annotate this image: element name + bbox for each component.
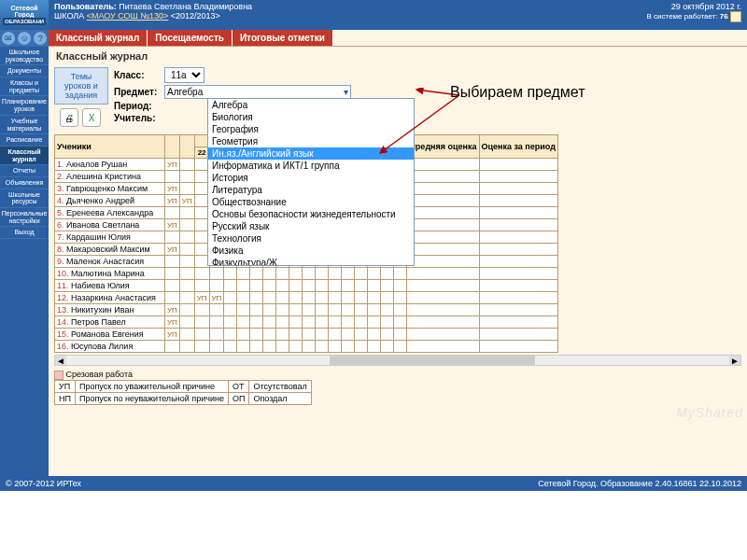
student-cell[interactable]: 13. Никитухин Иван — [55, 304, 165, 316]
tab-0[interactable]: Классный журнал — [49, 30, 148, 46]
grade-cell[interactable] — [179, 207, 194, 219]
grade-cell[interactable] — [263, 304, 276, 316]
grade-cell[interactable] — [179, 316, 194, 329]
help-icon[interactable]: ? — [34, 32, 47, 45]
grade-cell[interactable]: УП — [165, 244, 180, 256]
grade-cell[interactable] — [355, 292, 368, 304]
grade-cell[interactable] — [355, 280, 368, 292]
grade-cell[interactable] — [209, 316, 224, 329]
grade-cell[interactable] — [250, 316, 263, 329]
grade-cell[interactable] — [263, 292, 276, 304]
grade-cell[interactable] — [194, 329, 209, 341]
student-cell[interactable]: 6. Иванова Светлана — [55, 219, 165, 231]
subject-option[interactable]: Биология — [208, 111, 414, 123]
grade-cell[interactable] — [289, 280, 303, 292]
grade-cell[interactable] — [394, 316, 407, 329]
grade-cell[interactable] — [342, 280, 355, 292]
grade-cell[interactable] — [342, 341, 355, 353]
grade-cell[interactable] — [329, 268, 342, 280]
grade-cell[interactable] — [237, 316, 250, 329]
tab-2[interactable]: Итоговые отметки — [233, 30, 333, 46]
grade-cell[interactable] — [209, 329, 224, 341]
grade-cell[interactable] — [179, 280, 194, 292]
subject-option[interactable]: Алгебра — [208, 99, 414, 111]
grade-cell[interactable]: УП — [209, 292, 224, 304]
grade-cell[interactable] — [303, 292, 316, 304]
grade-cell[interactable] — [250, 280, 263, 292]
grade-cell[interactable] — [316, 316, 329, 329]
student-cell[interactable]: 4. Дьяченко Андрей — [55, 195, 165, 207]
grade-cell[interactable] — [303, 268, 316, 280]
grade-cell[interactable] — [368, 304, 381, 316]
grade-cell[interactable] — [342, 292, 355, 304]
grade-cell[interactable] — [179, 171, 194, 183]
grade-cell[interactable] — [165, 341, 180, 353]
sidebar-item-1[interactable]: Документы — [0, 65, 49, 77]
student-cell[interactable]: 15. Романова Евгения — [55, 329, 165, 341]
grade-cell[interactable] — [381, 304, 394, 316]
grade-cell[interactable] — [179, 244, 194, 256]
grade-cell[interactable] — [342, 316, 355, 329]
printer-icon[interactable] — [730, 11, 741, 22]
subject-select[interactable]: Алгебра▾ — [164, 85, 351, 99]
student-cell[interactable]: 11. Набиева Юлия — [55, 280, 165, 292]
grade-cell[interactable] — [237, 292, 250, 304]
student-cell[interactable]: 7. Кардашин Юлия — [55, 231, 165, 244]
grade-cell[interactable] — [342, 268, 355, 280]
class-select[interactable]: 11а — [164, 67, 204, 83]
sidebar-item-0[interactable]: Школьное руководство — [0, 47, 49, 65]
grade-cell[interactable] — [224, 268, 237, 280]
grade-cell[interactable] — [368, 280, 381, 292]
grade-cell[interactable] — [224, 316, 237, 329]
subject-option[interactable]: Основы безопасности жизнедеятельности — [208, 208, 414, 220]
grade-cell[interactable] — [179, 329, 194, 341]
grade-cell[interactable] — [179, 219, 194, 231]
grade-cell[interactable] — [276, 329, 289, 341]
school-link[interactable]: <МАОУ СОШ №130> — [87, 11, 169, 21]
grade-cell[interactable] — [179, 183, 194, 195]
grade-cell[interactable] — [165, 171, 180, 183]
student-cell[interactable]: 3. Гаврющенко Максим — [55, 183, 165, 195]
subject-option[interactable]: Информатика и ИКТ/1 группа — [208, 160, 414, 172]
grade-cell[interactable] — [368, 268, 381, 280]
grade-cell[interactable]: УП — [165, 316, 180, 329]
grade-cell[interactable] — [179, 231, 194, 244]
themes-button[interactable]: Темы уроков и задания — [54, 67, 108, 105]
sidebar-item-3[interactable]: Планирование уроков — [0, 96, 49, 115]
grade-cell[interactable] — [303, 329, 316, 341]
sidebar-item-10[interactable]: Персональные настройки — [0, 208, 49, 227]
grade-cell[interactable] — [394, 304, 407, 316]
grade-cell[interactable] — [342, 329, 355, 341]
student-cell[interactable]: 8. Макаровский Максим — [55, 244, 165, 256]
subject-option[interactable]: Физкультура/Ж — [208, 257, 414, 266]
sidebar-item-5[interactable]: Расписание — [0, 134, 49, 147]
grade-cell[interactable] — [303, 280, 316, 292]
grade-cell[interactable] — [329, 304, 342, 316]
subject-option[interactable]: Технология — [208, 232, 414, 245]
subject-option[interactable]: Обществознание — [208, 196, 414, 208]
student-cell[interactable]: 9. Маленок Анастасия — [55, 256, 165, 268]
student-cell[interactable]: 10. Малютина Марина — [55, 268, 165, 280]
subject-option[interactable]: География — [208, 123, 414, 135]
grade-cell[interactable] — [329, 329, 342, 341]
grade-cell[interactable] — [165, 256, 180, 268]
grade-cell[interactable] — [289, 341, 303, 353]
grade-cell[interactable] — [194, 341, 209, 353]
grade-cell[interactable] — [394, 280, 407, 292]
grade-cell[interactable] — [394, 341, 407, 353]
grade-cell[interactable] — [329, 292, 342, 304]
grade-cell[interactable] — [194, 304, 209, 316]
grade-cell[interactable] — [224, 341, 237, 353]
grade-cell[interactable] — [237, 268, 250, 280]
grade-cell[interactable] — [250, 292, 263, 304]
grade-cell[interactable] — [303, 316, 316, 329]
subject-option[interactable]: Геометрия — [208, 135, 414, 147]
grade-cell[interactable] — [368, 329, 381, 341]
grade-cell[interactable] — [237, 304, 250, 316]
grade-cell[interactable] — [179, 159, 194, 171]
grade-cell[interactable] — [381, 280, 394, 292]
grade-cell[interactable] — [289, 268, 303, 280]
grade-cell[interactable] — [316, 304, 329, 316]
grade-cell[interactable]: УП — [165, 159, 180, 171]
subject-option[interactable]: Физика — [208, 245, 414, 257]
